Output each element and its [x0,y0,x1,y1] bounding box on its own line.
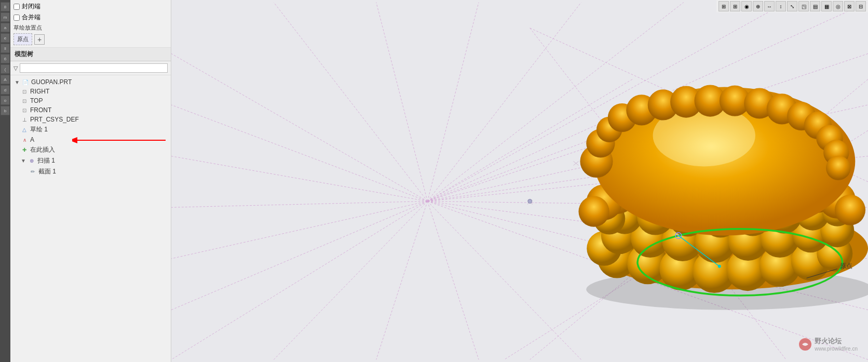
tree-item-a[interactable]: ∧ A [10,135,171,144]
vp-btn-11[interactable]: ◎ [833,1,843,11]
watermark-forum: 野火论坛 www.prowildfire.cn [815,337,858,352]
sidebar-tool-3[interactable]: a [1,23,10,32]
plane-icon-top: ⊡ [21,97,28,104]
tree-item-top[interactable]: ⊡ TOP [10,96,171,105]
vp-btn-4[interactable]: ⊕ [753,1,763,11]
insert-icon: ✚ [21,146,28,154]
tree-label-a: A [30,136,34,143]
sidebar-tool-1[interactable]: 8 [1,2,10,11]
vp-btn-1[interactable]: ⊞ [718,1,729,11]
tree-item-csys[interactable]: ⊥ PRT_CSYS_DEF [10,115,171,124]
left-sidebar: 8 m a e ll 6 ( A d o b [0,0,10,362]
tree-label-insert: 在此插入 [30,145,55,154]
watermark-logo [799,338,811,351]
model-tree: ▼ 📄 GUOPAN.PRT ⊡ RIGHT ⊡ TOP ⊡ FRON [10,75,171,362]
checkbox-merge-row: 合并端 [13,13,168,22]
add-placement-button[interactable]: + [34,34,45,45]
vp-btn-8[interactable]: ◳ [798,1,809,11]
tree-label-csys: PRT_CSYS_DEF [30,116,79,123]
checkbox-seal-row: 封闭端 [13,2,168,11]
sidebar-tool-8[interactable]: A [1,75,10,84]
sidebar-tool-9[interactable]: d [1,85,10,95]
plane-icon-front: ⊡ [21,106,28,114]
tree-item-sweep1[interactable]: ▼ ⊕ 扫描 1 [10,155,171,166]
checkbox-merge[interactable] [13,15,20,21]
sketch-placement-section: 草绘放置点 原点 + [13,24,168,45]
vp-btn-9[interactable]: ▤ [810,1,820,11]
main-container: 封闭端 合并端 草绘放置点 原点 + 模型树 [10,0,868,362]
sketch-placement-label: 草绘放置点 [13,24,168,32]
vp-btn-13[interactable]: ⊟ [856,1,866,11]
tree-item-section1[interactable]: ✏ 截面 1 [10,166,171,177]
vp-btn-12[interactable]: ⊠ [844,1,855,11]
sweep-icon: ⊕ [28,157,35,165]
sketch-icon: △ [21,126,28,133]
sidebar-tool-4[interactable]: e [1,33,10,43]
tree-label-right: RIGHT [30,88,49,95]
tree-item-insert[interactable]: ✚ 在此插入 [10,144,171,155]
vp-btn-10[interactable]: ▦ [821,1,832,11]
vp-btn-2[interactable]: ⊞ [730,1,740,11]
tree-label-sketch1: 草绘 1 [30,125,48,134]
checkbox-merge-label: 合并端 [22,13,40,22]
checkbox-seal-label: 封闭端 [22,2,40,11]
viewport-toolbar: ⊞ ⊞ ◉ ⊕ ↔ ↕ ⤡ ◳ ▤ ▦ ◎ ⊠ ⊟ [716,0,868,12]
sidebar-tool-2[interactable]: m [1,12,10,22]
checkbox-seal[interactable] [13,4,20,10]
svg-point-92 [835,195,865,225]
tree-item-sketch1[interactable]: △ 草绘 1 [10,124,171,135]
tree-label-front: FRONT [30,106,51,114]
watermark: 野火论坛 www.prowildfire.cn [799,337,858,352]
svg-point-91 [578,196,609,227]
tree-label-sweep1: 扫描 1 [37,156,55,165]
origin-text: 原点 [840,262,852,270]
vp-btn-6[interactable]: ↕ [776,1,786,11]
tree-label-section1: 截面 1 [38,167,56,176]
section-icon: ✏ [29,168,36,176]
viewport[interactable]: ⊞ ⊞ ◉ ⊕ ↔ ↕ ⤡ ◳ ▤ ▦ ◎ ⊠ ⊟ [171,0,868,362]
vp-btn-5[interactable]: ↔ [764,1,775,11]
sidebar-tool-10[interactable]: o [1,96,10,105]
filter-icon: ▽ [13,65,18,72]
tree-root[interactable]: ▼ 📄 GUOPAN.PRT [10,77,171,87]
content-area: 封闭端 合并端 草绘放置点 原点 + 模型树 [10,0,868,362]
root-expand-icon: ▼ [15,79,20,85]
sidebar-tool-11[interactable]: b [1,106,10,115]
svg-point-112 [718,265,721,268]
tree-label-top: TOP [30,97,43,104]
tree-item-a-wrapper: ∧ A [10,135,171,144]
panel-title: 模型树 [15,50,33,59]
axis-icon: ∧ [21,136,28,143]
plane-icon-right: ⊡ [21,88,28,95]
center-point [528,199,532,204]
csys-icon: ⊥ [21,116,28,123]
sidebar-tool-6[interactable]: 6 [1,54,10,63]
svg-point-108 [826,156,850,180]
left-panel: 封闭端 合并端 草绘放置点 原点 + 模型树 [10,0,171,362]
sweep-expand-icon: ▼ [21,158,26,164]
sidebar-tool-7[interactable]: ( [1,64,10,74]
sidebar-tool-5[interactable]: ll [1,44,10,53]
viewport-svg: 原点 [171,0,868,362]
vp-btn-7[interactable]: ⤡ [787,1,797,11]
filter-bar: ▽ [10,61,171,75]
root-icon: 📄 [22,78,29,86]
tree-item-right[interactable]: ⊡ RIGHT [10,87,171,96]
vp-btn-3[interactable]: ◉ [741,1,752,11]
panel-header: 模型树 [10,48,171,61]
tree-item-front[interactable]: ⊡ FRONT [10,105,171,115]
sketch-origin-item[interactable]: 原点 [13,33,32,45]
filter-input[interactable] [20,63,168,73]
tree-root-label: GUOPAN.PRT [31,78,72,86]
